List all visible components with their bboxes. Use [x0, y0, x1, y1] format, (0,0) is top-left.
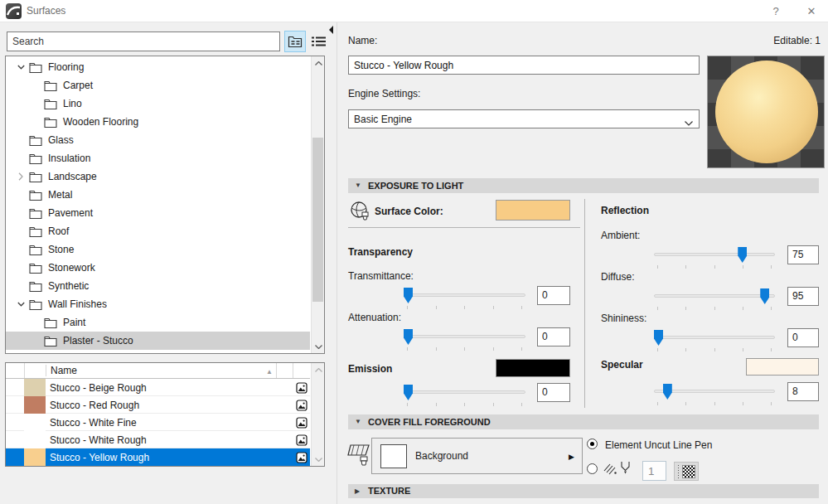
collapse-triangle-icon: ▼: [355, 178, 361, 193]
list-header[interactable]: Name▲: [6, 363, 310, 379]
tree-item[interactable]: Synthetic: [6, 277, 310, 295]
emission-color-swatch[interactable]: [496, 359, 570, 377]
specular-value[interactable]: 8: [787, 382, 819, 401]
name-column-header[interactable]: Name▲: [46, 365, 276, 376]
folder-tree-icon: [288, 35, 303, 48]
tree-item[interactable]: Stone: [6, 240, 310, 259]
tree-item[interactable]: Flooring: [6, 58, 310, 76]
diffuse-slider[interactable]: [654, 288, 775, 310]
slider-thumb[interactable]: [760, 288, 769, 304]
tree-item-label: Synthetic: [48, 280, 89, 292]
tree-item[interactable]: Pavement: [6, 204, 310, 222]
search-input[interactable]: [7, 32, 280, 51]
engine-select[interactable]: Basic Engine: [348, 109, 700, 128]
tree-item-label: Wooden Flooring: [63, 116, 138, 128]
tree-item[interactable]: Paint: [6, 313, 310, 332]
attenuation-label: Attenuation:: [348, 312, 401, 323]
specular-slider[interactable]: [654, 383, 775, 405]
specular-label: Specular: [601, 359, 643, 371]
slider-thumb[interactable]: [404, 385, 413, 400]
hatch-icon: [603, 463, 617, 477]
chevron-collapsed-icon[interactable]: [18, 172, 23, 181]
cover-fill-dropdown[interactable]: Background ▶: [371, 438, 583, 474]
surface-name: Stucco - Yellow Rough: [46, 452, 276, 463]
list-view-button[interactable]: [307, 31, 329, 52]
tree-item[interactable]: Insulation: [6, 149, 310, 167]
help-button[interactable]: ?: [767, 3, 785, 19]
slider-thumb[interactable]: [654, 330, 663, 346]
section-texture[interactable]: ▶ TEXTURE: [348, 484, 819, 498]
folder-icon: [29, 153, 42, 164]
tree-view-button[interactable]: [284, 31, 306, 52]
emission-value[interactable]: 0: [537, 383, 570, 402]
diffuse-value[interactable]: 95: [787, 287, 819, 306]
custom-pen-radio[interactable]: [587, 463, 598, 474]
element-uncut-line-pen-radio[interactable]: [587, 439, 598, 449]
surface-color-swatch[interactable]: [496, 200, 570, 220]
ambient-slider[interactable]: [654, 246, 775, 269]
surface-row[interactable]: Stucco - Beige Rough: [6, 379, 310, 396]
folder-icon: [44, 116, 57, 128]
ambient-label: Ambient:: [601, 230, 640, 241]
scroll-up-icon[interactable]: [312, 363, 325, 376]
tree-item[interactable]: Wooden Flooring: [6, 113, 310, 131]
surface-row[interactable]: Stucco - Yellow Rough: [6, 448, 310, 466]
reflection-label: Reflection: [601, 205, 649, 216]
slider-thumb[interactable]: [404, 288, 413, 303]
surface-row[interactable]: Stucco - Red Rough: [6, 396, 310, 414]
surface-swatch: [24, 431, 46, 448]
pen-number-input[interactable]: [642, 461, 666, 481]
scroll-up-icon[interactable]: [312, 56, 325, 70]
tree-scrollbar[interactable]: [311, 56, 324, 353]
expand-triangle-icon: ▶: [355, 484, 360, 498]
scroll-down-icon[interactable]: [312, 340, 325, 353]
shininess-value[interactable]: 0: [787, 328, 819, 347]
emission-label: Emission: [348, 363, 392, 375]
surface-row[interactable]: Stucco - White Rough: [6, 431, 310, 448]
attenuation-value[interactable]: 0: [537, 327, 570, 346]
tree-item-label: Lino: [63, 98, 82, 109]
close-button[interactable]: ✕: [802, 3, 821, 19]
tree-item[interactable]: Metal: [6, 186, 310, 204]
tree-item[interactable]: Roof: [6, 222, 310, 240]
list-scrollbar[interactable]: [311, 363, 324, 466]
texture-image-icon: [296, 417, 307, 429]
tree-item[interactable]: Lino: [6, 94, 310, 113]
window-title: Surfaces: [27, 5, 65, 17]
shininess-slider[interactable]: [654, 329, 775, 351]
tree-item[interactable]: Plaster - Stucco: [6, 332, 310, 350]
scroll-down-icon[interactable]: [312, 453, 325, 466]
section-exposure-to-light[interactable]: ▼ EXPOSURE TO LIGHT: [348, 178, 819, 193]
tree-item-label: Pavement: [48, 207, 93, 219]
transmittance-value[interactable]: 0: [537, 286, 570, 305]
transmittance-slider[interactable]: [404, 287, 525, 309]
section-cover-fill-foreground[interactable]: ▼ COVER FILL FOREGROUND: [348, 414, 819, 429]
scrollbar-thumb[interactable]: [312, 138, 323, 302]
slider-thumb[interactable]: [738, 247, 747, 263]
panel-collapse-icon[interactable]: [329, 26, 333, 34]
slider-thumb[interactable]: [663, 384, 672, 400]
tree-item[interactable]: Carpet: [6, 76, 310, 94]
ambient-value[interactable]: 75: [787, 245, 819, 264]
surface-name-input[interactable]: [348, 56, 700, 75]
pen-icon: [619, 461, 632, 478]
tree-item[interactable]: Landscape: [6, 167, 310, 186]
panel-divider[interactable]: [337, 22, 337, 504]
emission-slider[interactable]: [404, 384, 525, 406]
surface-row[interactable]: Stucco - White Fine: [6, 414, 310, 431]
tree-item[interactable]: Wall Finishes: [6, 295, 310, 313]
attenuation-slider[interactable]: [404, 328, 525, 351]
chevron-expanded-icon[interactable]: [17, 65, 25, 70]
sort-ascending-icon: ▲: [266, 368, 273, 376]
surface-swatch: [24, 414, 46, 431]
chevron-expanded-icon[interactable]: [17, 302, 25, 307]
surface-name: Stucco - Beige Rough: [46, 382, 276, 394]
slider-thumb[interactable]: [404, 329, 413, 345]
specular-color-swatch[interactable]: [746, 358, 819, 376]
texture-image-icon: [296, 400, 307, 411]
tree-item[interactable]: Stonework: [6, 259, 310, 277]
tree-item[interactable]: Glass: [6, 131, 310, 149]
pen-color-button[interactable]: [674, 462, 699, 481]
tree-item-label: Glass: [48, 134, 74, 146]
material-preview[interactable]: [707, 56, 825, 168]
